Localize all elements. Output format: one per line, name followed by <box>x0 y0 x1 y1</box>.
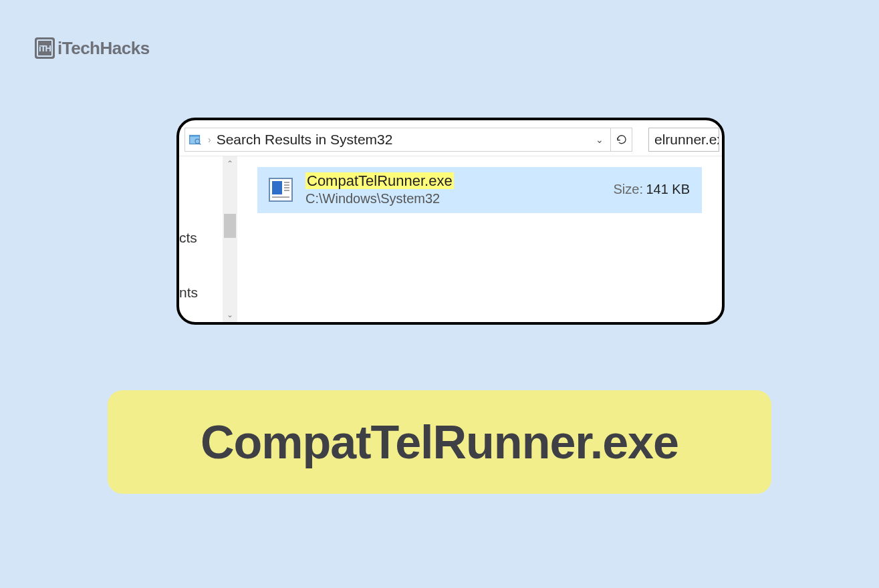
site-logo: iTH iTechHacks <box>35 37 150 59</box>
search-result-item[interactable]: CompatTelRunner.exe C:\Windows\System32 … <box>257 167 702 213</box>
title-text: CompatTelRunner.exe <box>201 416 678 469</box>
address-bar[interactable]: › Search Results in System32 ⌄ <box>184 128 611 152</box>
chevron-right-icon: › <box>208 134 211 145</box>
file-size-value: 141 KB <box>646 182 690 196</box>
refresh-icon <box>616 134 628 146</box>
explorer-window: › Search Results in System32 ⌄ elrunner.… <box>176 118 725 325</box>
logo-badge-icon: iTH <box>35 37 55 59</box>
sidebar-scrollbar[interactable]: ⌃ ⌄ <box>223 156 237 322</box>
scroll-down-arrow-icon[interactable]: ⌄ <box>223 307 237 322</box>
svg-rect-1 <box>191 136 199 143</box>
scroll-up-arrow-icon[interactable]: ⌃ <box>223 156 237 171</box>
svg-rect-5 <box>272 181 282 194</box>
search-input-text: elrunner.ex <box>654 132 719 148</box>
svg-line-3 <box>199 143 201 145</box>
logo-text: iTechHacks <box>57 38 150 59</box>
navigation-sidebar: cts nts ⌃ ⌄ <box>179 156 237 322</box>
address-bar-text: Search Results in System32 <box>217 132 586 148</box>
search-folder-icon <box>188 132 203 147</box>
search-input[interactable]: elrunner.ex <box>648 128 719 152</box>
logo-badge-text: iTH <box>39 43 51 53</box>
scroll-thumb[interactable] <box>224 214 236 238</box>
title-banner: CompatTelRunner.exe <box>108 390 771 494</box>
chevron-down-icon[interactable]: ⌄ <box>592 134 608 145</box>
exe-file-icon <box>267 176 295 204</box>
file-path: C:\Windows\System32 <box>305 191 586 206</box>
file-info: CompatTelRunner.exe C:\Windows\System32 <box>305 172 586 206</box>
refresh-button[interactable] <box>611 128 632 152</box>
file-name: CompatTelRunner.exe <box>305 172 454 189</box>
file-size-container: Size: 141 KB <box>596 182 690 197</box>
file-size-label: Size: <box>613 182 642 196</box>
search-results-area: CompatTelRunner.exe C:\Windows\System32 … <box>237 156 722 322</box>
address-bar-container: › Search Results in System32 ⌄ elrunner.… <box>179 120 722 156</box>
content-area: cts nts ⌃ ⌄ <box>179 156 722 322</box>
